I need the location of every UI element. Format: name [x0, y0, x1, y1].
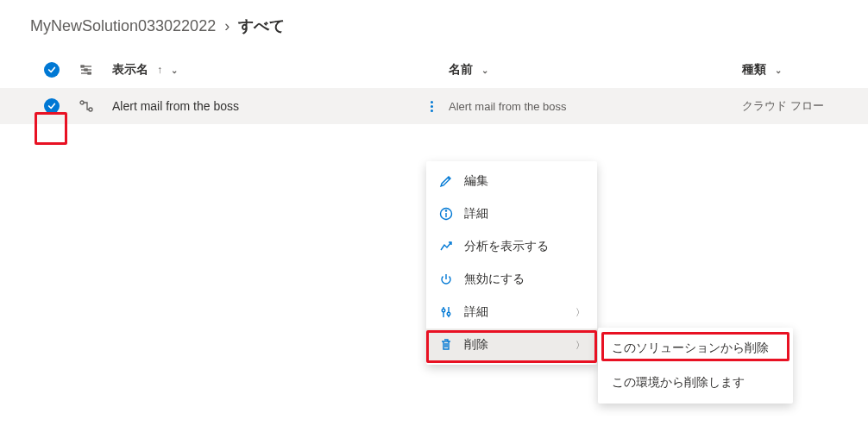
- row-display-name[interactable]: Alert mail from the boss: [104, 99, 414, 113]
- row-type-text: クラウド フロー: [742, 98, 824, 114]
- settings-icon: [438, 304, 454, 320]
- menu-item-label: 無効にする: [464, 272, 525, 287]
- vertical-dots-icon: [431, 101, 433, 112]
- chevron-right-icon: 〉: [576, 306, 585, 319]
- delete-submenu: このソリューションから削除 この環境から削除します: [598, 328, 793, 404]
- menu-item-label: 編集: [464, 173, 488, 189]
- column-header-label: 名前: [449, 62, 473, 78]
- pencil-icon: [438, 173, 454, 189]
- row-display-name-text: Alert mail from the boss: [112, 99, 239, 113]
- solution-table: 表示名 ↑ ⌄ 名前 ⌄ 種類 ⌄ Alert mail from the bo…: [0, 52, 868, 124]
- analytics-icon: [438, 239, 454, 254]
- column-header-label: 種類: [742, 62, 766, 78]
- svg-point-6: [80, 101, 84, 104]
- menu-item-label: 詳細: [464, 304, 488, 320]
- check-circle-icon: [44, 62, 60, 78]
- column-header-label: 表示名: [112, 62, 148, 78]
- svg-point-10: [445, 210, 446, 211]
- chevron-down-icon: ⌄: [775, 66, 782, 75]
- check-circle-icon: [44, 98, 60, 114]
- menu-item-details[interactable]: 詳細: [426, 197, 597, 230]
- breadcrumb-current: すべて: [238, 16, 285, 36]
- chevron-right-icon: 〉: [576, 339, 585, 352]
- filter-icon[interactable]: [69, 63, 104, 77]
- flow-type-icon: [69, 99, 104, 113]
- menu-item-analytics[interactable]: 分析を表示する: [426, 230, 597, 263]
- breadcrumb-solution-link[interactable]: MyNewSolution033022022: [30, 17, 216, 35]
- row-checkbox[interactable]: [35, 98, 69, 114]
- row-name: Alert mail from the boss: [449, 100, 742, 113]
- menu-item-label: この環境から削除します: [612, 375, 745, 391]
- info-icon: [438, 206, 454, 222]
- menu-item-delete[interactable]: 削除 〉: [426, 328, 597, 361]
- chevron-down-icon: ⌄: [481, 66, 488, 75]
- menu-item-advanced[interactable]: 詳細 〉: [426, 296, 597, 328]
- menu-item-edit[interactable]: 編集: [426, 165, 597, 197]
- row-type: クラウド フロー: [742, 98, 868, 114]
- breadcrumb: MyNewSolution033022022 › すべて: [0, 0, 868, 52]
- menu-item-label: このソリューションから削除: [612, 341, 769, 356]
- table-header-row: 表示名 ↑ ⌄ 名前 ⌄ 種類 ⌄: [0, 52, 868, 88]
- power-icon: [438, 272, 454, 287]
- svg-point-7: [89, 108, 92, 111]
- chevron-right-icon: ›: [224, 17, 230, 35]
- row-name-text: Alert mail from the boss: [449, 100, 567, 113]
- menu-item-turn-off[interactable]: 無効にする: [426, 263, 597, 296]
- chevron-down-icon: ⌄: [171, 66, 178, 75]
- svg-point-14: [447, 312, 450, 316]
- row-context-menu: 編集 詳細 分析を表示する 無効にする 詳細 〉 削除 〉: [426, 161, 597, 365]
- menu-item-label: 分析を表示する: [464, 239, 549, 254]
- submenu-item-remove-from-solution[interactable]: このソリューションから削除: [598, 331, 793, 366]
- column-header-name[interactable]: 名前 ⌄: [449, 62, 742, 78]
- column-header-type[interactable]: 種類 ⌄: [742, 62, 868, 78]
- row-more-actions[interactable]: [414, 101, 449, 112]
- sort-ascending-icon: ↑: [157, 64, 162, 76]
- menu-item-label: 詳細: [464, 206, 488, 222]
- column-header-display-name[interactable]: 表示名 ↑ ⌄: [104, 62, 414, 78]
- trash-icon: [438, 337, 454, 353]
- submenu-item-delete-from-environment[interactable]: この環境から削除します: [598, 366, 793, 400]
- menu-item-label: 削除: [464, 337, 488, 353]
- select-all-checkbox[interactable]: [35, 62, 69, 78]
- svg-point-12: [442, 309, 445, 312]
- table-row[interactable]: Alert mail from the boss Alert mail from…: [0, 88, 868, 124]
